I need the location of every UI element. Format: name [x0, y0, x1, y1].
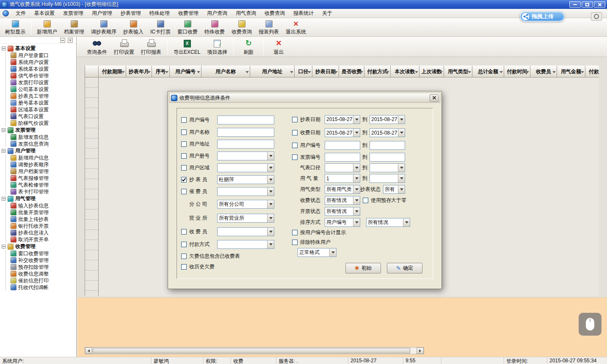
combo-box[interactable]: [370, 174, 405, 183]
tree-category[interactable]: 用气管理: [2, 195, 76, 202]
combo-box[interactable]: [217, 187, 274, 196]
column-header[interactable]: 付款方式: [364, 66, 391, 77]
column-header[interactable]: 用户地址: [250, 66, 295, 77]
tree-item[interactable]: 气表口设置: [10, 113, 76, 120]
menu-item-gas-query[interactable]: 用气查询: [232, 9, 260, 18]
combo-box[interactable]: [370, 163, 405, 172]
tree-item[interactable]: 抄表员工管理: [10, 93, 76, 99]
sort-dropdown-icon[interactable]: [581, 71, 584, 73]
column-header[interactable]: 口径: [295, 66, 312, 77]
tree-item[interactable]: 区域基本设置: [10, 106, 76, 113]
combo-box[interactable]: 正常格式: [298, 248, 337, 257]
column-header[interactable]: 收费员: [530, 66, 557, 77]
collapse-expander-icon[interactable]: [2, 197, 6, 201]
checkbox[interactable]: [292, 240, 298, 245]
combo-arrow-button[interactable]: [398, 174, 405, 182]
combo-box[interactable]: 2015-08-27: [325, 128, 360, 137]
combo-arrow-button[interactable]: [353, 164, 360, 172]
combo-box[interactable]: 1: [325, 174, 360, 183]
collapse-expander-icon[interactable]: [2, 149, 6, 153]
maximize-button[interactable]: [582, 1, 593, 8]
combo-box[interactable]: 所有情况: [325, 207, 360, 216]
horizontal-scrollbar[interactable]: [85, 347, 424, 354]
tree-category[interactable]: 发票管理: [2, 127, 76, 134]
tree-panel-close-icon[interactable]: ×: [68, 38, 73, 43]
column-header[interactable]: 用户名称: [201, 66, 250, 77]
tree-category[interactable]: 基本设置: [2, 45, 76, 52]
combo-arrow-button[interactable]: [267, 240, 274, 248]
init-button[interactable]: ✱初始: [345, 263, 381, 273]
combo-arrow-button[interactable]: [353, 196, 360, 204]
tree-item[interactable]: 公司基本设置: [10, 86, 76, 93]
tree-item[interactable]: 取消开票开单: [10, 236, 76, 243]
checkbox[interactable]: [292, 130, 298, 135]
combo-box[interactable]: [217, 152, 274, 160]
tree-item[interactable]: 批量开票管理: [10, 209, 76, 216]
combo-arrow-button[interactable]: [267, 200, 274, 208]
column-header[interactable]: 上次读数: [419, 66, 444, 77]
text-input[interactable]: [325, 153, 360, 162]
tree-item[interactable]: 册号基本设置: [10, 99, 76, 106]
tree-item[interactable]: 用户登录窗口: [10, 52, 76, 59]
tree-item[interactable]: 新增用户信息: [10, 154, 76, 161]
checkbox[interactable]: [181, 141, 187, 147]
checkbox[interactable]: [292, 230, 298, 235]
combo-box[interactable]: [325, 163, 360, 172]
column-header[interactable]: 用气金额: [557, 66, 585, 77]
text-input[interactable]: [370, 141, 405, 150]
combo-box[interactable]: 所有营业所: [217, 214, 274, 223]
collapse-expander-icon[interactable]: [2, 128, 6, 132]
text-input[interactable]: [217, 140, 274, 149]
menu-item-user-mgmt[interactable]: 用户管理: [88, 9, 116, 18]
combo-arrow-button[interactable]: [353, 129, 360, 137]
scrollbar-thumb[interactable]: [93, 348, 410, 353]
tree-item[interactable]: 气表检修管理: [10, 182, 76, 188]
sort-dropdown-icon[interactable]: [499, 71, 503, 73]
combo-box[interactable]: 2015-08-27: [370, 128, 405, 137]
tree-item[interactable]: 托收代扣调帐: [10, 284, 76, 291]
tree-item[interactable]: 补交收费管理: [10, 257, 76, 264]
tree-item[interactable]: 发票信息查询: [10, 141, 76, 147]
combo-box[interactable]: 所有情况: [325, 196, 360, 205]
combo-box[interactable]: [217, 227, 274, 236]
tree-item[interactable]: 供气单价管理: [10, 72, 76, 79]
sort-dropdown-icon[interactable]: [526, 71, 529, 73]
combo-box[interactable]: 所有情况: [366, 218, 410, 227]
toolbar-button-query-conditions[interactable]: 查询条件: [83, 38, 110, 57]
tree-item[interactable]: 收费信息调整: [10, 270, 76, 277]
toolbar-button-exit-system[interactable]: ×退出系统: [282, 19, 309, 36]
combo-arrow-button[interactable]: [267, 152, 274, 160]
text-input[interactable]: [370, 153, 405, 162]
combo-arrow-button[interactable]: [267, 188, 274, 196]
sort-dropdown-icon[interactable]: [197, 71, 200, 73]
toolbar-button-archive-mgmt[interactable]: 档案管理: [61, 19, 88, 36]
minimize-button[interactable]: [569, 1, 581, 8]
checkbox[interactable]: [292, 154, 298, 160]
combo-arrow-button[interactable]: [267, 228, 274, 236]
column-header[interactable]: 用气类型: [444, 66, 472, 77]
column-header[interactable]: 付款时间: [504, 66, 530, 77]
sort-dropdown-icon[interactable]: [360, 71, 363, 73]
toolbar-button-print-report[interactable]: 打印报表: [138, 38, 165, 57]
column-header[interactable]: 用户编号: [170, 66, 201, 77]
text-input[interactable]: [325, 141, 360, 150]
tree-item[interactable]: 用户档案管理: [10, 168, 76, 175]
sort-dropdown-icon[interactable]: [439, 71, 443, 73]
checkbox[interactable]: [181, 254, 187, 259]
combo-box[interactable]: 所有用气类: [325, 185, 360, 194]
toolbar-button-meter-input[interactable]: 抄表输入: [120, 19, 147, 36]
scroll-right-button[interactable]: [417, 347, 424, 354]
text-input[interactable]: [217, 128, 274, 137]
menu-item-fee-mgmt[interactable]: 收费管理: [174, 9, 203, 18]
toolbar-button-special-fee[interactable]: 特殊收费: [201, 19, 228, 36]
close-button[interactable]: [594, 1, 605, 8]
sort-dropdown-icon[interactable]: [121, 71, 125, 73]
sort-dropdown-icon[interactable]: [290, 71, 293, 73]
checkbox[interactable]: [181, 153, 187, 159]
toolbar-button-print-settings[interactable]: 打印设置: [110, 38, 138, 57]
checkbox[interactable]: [292, 117, 298, 122]
toolbar-button-item-select[interactable]: 项目选择: [204, 38, 231, 57]
column-header[interactable]: 本次读数: [391, 66, 419, 77]
combo-box[interactable]: [217, 240, 274, 249]
column-header[interactable]: 抄表年月: [126, 66, 152, 77]
